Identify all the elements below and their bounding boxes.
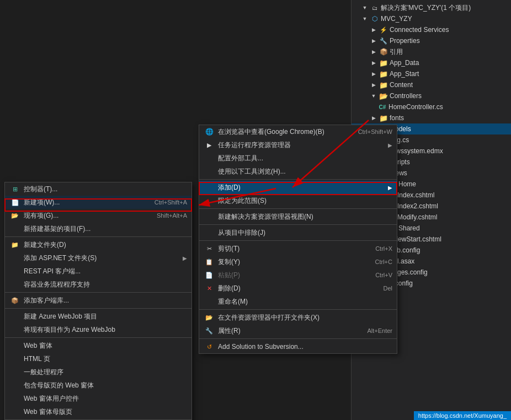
blank-icon [204,195,215,206]
project-icon: ⬡ [370,14,379,23]
menu-text: REST API 客户端... [24,267,187,276]
menu-view-browser[interactable]: 🌐 在浏览器中查看(Google Chrome)(B) Ctrl+Shift+W [199,125,397,138]
folder-icon: 📂 [379,91,388,100]
menu-container[interactable]: 容器业务流程程序支持 [5,278,191,291]
menu-text: 添加(D) [218,183,384,192]
menu-new-item[interactable]: 📄 新建项(W)... Ctrl+Shift+A [5,196,191,209]
menu-text: Web 窗体 [24,341,187,351]
menu-azure-webjob-new[interactable]: 新建 Azure WebJob 项目 [5,310,191,323]
menu-text: Web 窗体母版页 [24,407,187,417]
project-label: MVC_YZY [381,15,412,23]
menu-html-page[interactable]: HTML 页 [5,352,191,365]
solution-root[interactable]: ▼ 🗂 解决方案'MVC_YZY'(1 个项目) [352,2,511,13]
shared-label: Shared [398,224,420,232]
expand-icon: ▼ [360,14,369,23]
home-controller-label: HomeController.cs [388,103,443,111]
tree-connected-services[interactable]: ▶ ⚡ Connected Services [352,24,511,35]
blank-icon [204,166,215,177]
menu-open-in-explorer[interactable]: 📂 在文件资源管理器中打开文件夹(X) [199,311,397,324]
menu-scope[interactable]: 限定为此范围(S) [199,194,397,207]
menu-paste[interactable]: 📄 粘贴(P) Ctrl+V [199,268,397,282]
menu-azure-webjob-existing[interactable]: 将现有项目作为 Azure WebJob [5,323,191,336]
delete-icon: ✕ [204,283,215,294]
shortcut-text: Ctrl+V [375,272,392,278]
fonts-label: fonts [390,114,404,122]
folder-icon: 📁 [379,69,388,78]
ref-label: 引用 [390,47,403,57]
blank-icon [9,393,20,404]
props-icon: 🔧 [204,325,215,336]
context-menu-2: 🌐 在浏览器中查看(Google Chrome)(B) Ctrl+Shift+W… [199,125,397,354]
blank-icon [204,296,215,307]
tree-references[interactable]: ▶ 📦 引用 [352,46,511,57]
submenu-arrow: ▶ [388,185,392,191]
browser-icon: 🌐 [204,126,215,137]
menu-text: 现有项(G)... [24,211,146,220]
menu-text: 任务运行程序资源管理器 [218,141,384,150]
menu-add-to-subversion[interactable]: ↺ Add Solution to Subversion... [199,340,397,353]
existitem-icon: 📂 [9,210,20,221]
menu-rest-client[interactable]: REST API 客户端... [5,265,191,278]
menu-asp-folder[interactable]: 添加 ASP.NET 文件夹(S) ▶ [5,251,191,265]
menu-cut[interactable]: ✂ 剪切(T) Ctrl+X [199,242,397,255]
menu-text: 配置外部工具... [218,154,392,163]
menu-add[interactable]: 添加(D) ▶ [199,181,397,194]
menu-text: 在浏览器中查看(Google Chrome)(B) [218,127,347,137]
folder-open-icon: 📂 [204,312,215,323]
menu-text: 容器业务流程程序支持 [24,280,187,289]
menu-new-view[interactable]: 新建解决方案资源管理器视图(N) [199,210,397,223]
expand-icon: ▶ [369,69,378,78]
menu-task-runner[interactable]: ▶ 任务运行程序资源管理器 ▶ [199,138,397,152]
tree-controllers[interactable]: ▼ 📂 Controllers [352,90,511,101]
blank-icon [9,353,20,364]
menu-configure-tools[interactable]: 配置外部工具... [199,152,397,165]
connected-icon: ⚡ [379,25,388,34]
menu-delete[interactable]: ✕ 删除(D) Del [199,282,397,295]
menu-web-form[interactable]: Web 窗体 [5,339,191,352]
app-start-label: App_Start [390,70,419,78]
grid-icon: ⊞ [9,184,20,195]
blank-icon [9,311,20,322]
cs-icon: C# [378,103,387,111]
connected-label: Connected Services [390,26,449,34]
menu-new-folder[interactable]: 📁 新建文件夹(D) [5,238,191,251]
separator [5,337,191,338]
menu-properties[interactable]: 🔧 属性(R) Alt+Enter [199,324,397,337]
context-menu-1: ⊞ 控制器(T)... 📄 新建项(W)... Ctrl+Shift+A 📂 现… [4,182,192,420]
separator [199,208,397,209]
tree-home-controller[interactable]: C# HomeController.cs [352,101,511,112]
url-bar: https://blog.csdn.net/Xumuyang_ [414,411,511,420]
menu-master-page[interactable]: Web 窗体母版页 [5,405,191,418]
blank-icon [9,279,20,290]
tree-fonts[interactable]: ▶ 📁 fonts [352,112,511,123]
menu-existing-item[interactable]: 📂 现有项(G)... Shift+Alt+A [5,209,191,222]
menu-text: 添加 ASP.NET 文件夹(S) [24,254,178,263]
menu-scaffold[interactable]: 新搭建基架的项目(F)... [5,222,191,235]
menu-copy[interactable]: 📋 复制(Y) Ctrl+C [199,255,397,268]
menu-exclude[interactable]: 从项目中排除(J) [199,226,397,239]
blank-icon [9,223,20,234]
menu-rename[interactable]: 重命名(M) [199,295,397,308]
tree-app-data[interactable]: ▶ 📁 App_Data [352,57,511,68]
menu-user-control[interactable]: Web 窗体用户控件 [5,392,191,405]
tree-properties[interactable]: ▶ 🔧 Properties [352,35,511,46]
clientlib-icon: 📦 [9,295,20,306]
separator [5,308,191,309]
index2-cshtml-label: Index2.cshtml [397,202,438,210]
tree-app-start[interactable]: ▶ 📁 App_Start [352,68,511,79]
expand-icon: ▶ [369,25,378,34]
copy-icon: 📋 [204,256,215,267]
menu-text: Web 窗体用户控件 [24,394,187,403]
menu-generic-handler[interactable]: 一般处理程序 [5,365,191,379]
blank-icon [9,380,20,391]
expand-icon: ▶ [369,58,378,67]
folder-icon: 📁 [379,80,388,89]
menu-client-lib[interactable]: 📦 添加客户端库... [5,294,191,307]
menu-controller[interactable]: ⊞ 控制器(T)... [5,182,191,196]
menu-web-form-master[interactable]: 包含母版页的 Web 窗体 [5,379,191,392]
menu-text: 属性(R) [218,326,356,336]
project-root[interactable]: ▼ ⬡ MVC_YZY [352,13,511,24]
tree-content[interactable]: ▶ 📁 Content [352,79,511,90]
menu-text: 新搭建基架的项目(F)... [24,224,187,234]
menu-browse-with[interactable]: 使用以下工具浏览(H)... [199,165,397,178]
